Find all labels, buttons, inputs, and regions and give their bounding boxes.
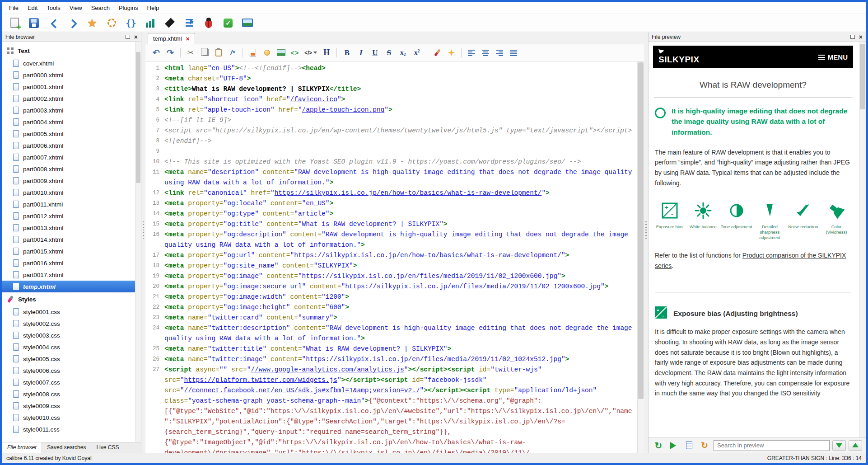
menu-search[interactable]: Search (87, 3, 114, 13)
editor-scrollbar[interactable] (637, 61, 644, 453)
menu-file[interactable]: File (5, 3, 23, 13)
find-next-button[interactable] (832, 440, 846, 451)
align-center-button[interactable] (480, 47, 491, 59)
arrange-button[interactable] (182, 16, 196, 30)
strike-button[interactable] (383, 47, 394, 59)
code-line[interactable]: 23<meta name="twitter:card" content="sum… (145, 313, 637, 323)
menu-edit[interactable]: Edit (23, 3, 42, 13)
file-tree-scrollbar[interactable] (135, 42, 141, 442)
splitter-handle-left[interactable] (141, 32, 145, 453)
file-item[interactable]: part0006.xhtml (2, 140, 141, 151)
columns-button[interactable] (144, 16, 157, 30)
bulb-button[interactable] (261, 47, 272, 59)
file-item[interactable]: part0001.xhtml (2, 81, 141, 93)
tree-section-text[interactable]: Text (2, 44, 141, 57)
code-line[interactable]: 1<html lang="en-US"><!--<![endif]--><hea… (145, 63, 637, 74)
file-item[interactable]: part0013.xhtml (2, 222, 141, 234)
file-item[interactable]: style0005.css (2, 353, 141, 365)
file-item[interactable]: part0003.xhtml (2, 104, 141, 116)
panel-tab-live-css[interactable]: Live CSS (91, 442, 124, 453)
spell-check-button[interactable] (221, 16, 235, 30)
file-item[interactable]: style0006.css (2, 365, 141, 376)
code-line[interactable]: 17<meta property="og:url" content="https… (145, 250, 637, 261)
file-item[interactable]: cover.xhtml (2, 57, 141, 69)
code-line[interactable]: 2<meta charset="UTF-8"> (145, 74, 637, 84)
align-justify-button[interactable] (508, 47, 519, 59)
scrollbar-thumb[interactable] (638, 62, 644, 399)
file-item[interactable]: style0008.css (2, 388, 141, 400)
file-item[interactable]: part0005.xhtml (2, 128, 141, 140)
menu-help[interactable]: Help (143, 3, 163, 13)
forward-button[interactable] (66, 16, 79, 30)
preview-scrollbar[interactable] (859, 42, 866, 437)
find-previous-button[interactable] (849, 440, 862, 451)
code-line[interactable]: 7<script src="https://silkypix.isl.co.jp… (145, 126, 637, 136)
menu-view[interactable]: View (65, 3, 86, 13)
sub-button[interactable] (397, 47, 408, 59)
htmlfile-button[interactable] (247, 47, 258, 59)
file-item[interactable]: style0003.css (2, 329, 141, 341)
save-button[interactable] (27, 16, 41, 30)
tree-section-styles[interactable]: Styles (2, 292, 141, 306)
code-line[interactable]: 13<meta property="og:locale" content="en… (145, 198, 637, 209)
file-item[interactable]: part0002.xhtml (2, 93, 141, 104)
fgcolor-button[interactable] (432, 47, 443, 59)
file-item[interactable]: part0004.xhtml (2, 116, 141, 128)
insert-image-button[interactable] (241, 16, 254, 30)
paste-button[interactable] (213, 47, 224, 59)
file-item[interactable]: part0016.xhtml (2, 257, 141, 269)
file-item[interactable]: style0009.css (2, 400, 141, 412)
copy-button[interactable] (199, 47, 210, 59)
code-line[interactable]: 21<meta property="og:image:width" conten… (145, 292, 637, 302)
code-line[interactable]: 19<meta property="og:image" content="htt… (145, 271, 637, 282)
code-line[interactable]: 11<meta name="description" content="RAW … (145, 167, 637, 188)
file-item[interactable]: part0000.xhtml (2, 69, 141, 81)
bgcolor-button[interactable] (446, 47, 457, 59)
close-tab-icon[interactable]: × (186, 36, 190, 42)
code-line[interactable]: 3<title>What is RAW development? | SILKY… (145, 84, 637, 94)
code-line[interactable]: 22<meta property="og:image:height" conte… (145, 302, 637, 313)
file-item[interactable]: part0014.xhtml (2, 234, 141, 245)
redo-button[interactable] (165, 47, 176, 59)
code-line[interactable]: 4<link rel="shortcut icon" href="/favico… (145, 94, 637, 105)
cut-button[interactable] (185, 47, 196, 59)
braces-button[interactable] (124, 16, 138, 30)
menu-plugins[interactable]: Plugins (115, 3, 142, 13)
file-item[interactable]: part0008.xhtml (2, 163, 141, 175)
file-item[interactable]: part0007.xhtml (2, 151, 141, 163)
code-line[interactable]: 18<meta property="og:site_name" content=… (145, 261, 637, 271)
code-line[interactable]: 27<script async="" src="//www.google-ana… (145, 365, 637, 453)
code-line[interactable]: 16<meta property="og:description" conten… (145, 230, 637, 250)
file-item[interactable]: part0010.xhtml (2, 187, 141, 198)
refresh-preview-button[interactable] (652, 440, 665, 451)
file-item[interactable]: part0015.xhtml (2, 245, 141, 257)
trowel-button[interactable] (163, 16, 177, 30)
code-editor[interactable]: 1<html lang="en-US"><!--<![endif]--><hea… (145, 61, 637, 453)
scrollbar-thumb[interactable] (136, 52, 140, 183)
code-line[interactable]: 9 (145, 146, 637, 157)
code-line[interactable]: 14<meta property="og:type" content="arti… (145, 209, 637, 219)
code-line[interactable]: 5<link rel="apple-touch-icon" href="/app… (145, 105, 637, 115)
panel-tab-saved-searches[interactable]: Saved searches (42, 442, 91, 453)
code-line[interactable]: 26<meta name="twitter:image" content="ht… (145, 354, 637, 365)
code-line[interactable]: 25<meta name="twitter:title" content="Wh… (145, 344, 637, 354)
bookmark-button[interactable] (85, 16, 99, 30)
new-file-button[interactable] (8, 16, 21, 30)
scrollbar-thumb[interactable] (860, 44, 865, 109)
sup-button[interactable] (411, 47, 422, 59)
file-item[interactable]: style0011.css (2, 423, 141, 435)
tab-temp-xhtml[interactable]: temp.xhtml × (148, 33, 195, 44)
bold-button[interactable] (341, 47, 352, 59)
code-line[interactable]: 24<meta name="twitter:description" conte… (145, 323, 637, 344)
code-line[interactable]: 20<meta property="og:image:secure_url" c… (145, 282, 637, 292)
back-button[interactable] (47, 16, 60, 30)
undock-panel-icon[interactable] (850, 35, 855, 39)
codeblock-button[interactable] (303, 47, 318, 59)
file-item[interactable]: style0001.css (2, 306, 141, 318)
undock-panel-icon[interactable] (126, 35, 130, 39)
panel-tab-file-browser[interactable]: File browser (2, 442, 42, 453)
close-panel-icon[interactable]: × (134, 34, 138, 40)
undo-button[interactable] (151, 47, 162, 59)
align-left-button[interactable] (466, 47, 477, 59)
tags-button[interactable] (289, 47, 300, 59)
